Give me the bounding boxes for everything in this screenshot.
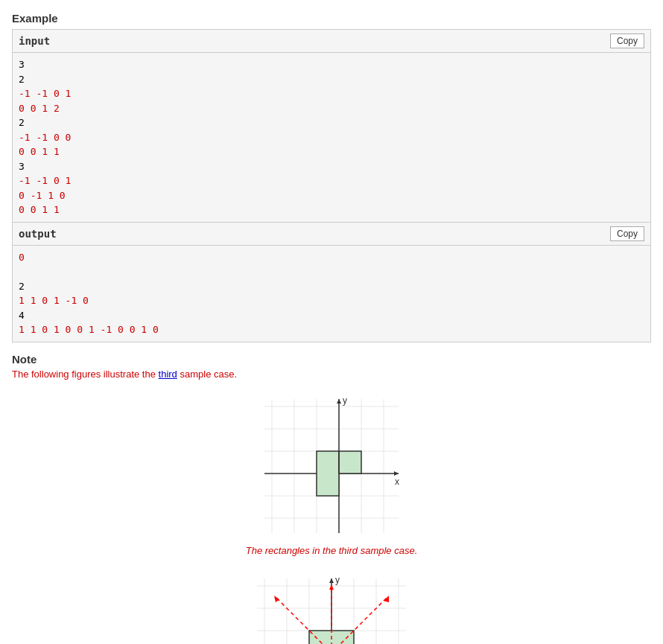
output-body: 0 2 1 1 0 1 -1 0 4 1 1 0 1 0 0 1 -1 0 0 …: [13, 246, 650, 342]
figure1-svg: x y: [257, 392, 406, 541]
rect1: [317, 451, 339, 496]
figure2-container: x y: [12, 571, 651, 645]
output-copy-button[interactable]: Copy: [610, 226, 644, 241]
svg-marker-14: [394, 471, 399, 476]
svg-text:x: x: [395, 476, 399, 487]
note-section: Note The following figures illustrate th…: [12, 353, 651, 645]
figure1-caption: The rectangles in the third sample case.: [246, 545, 418, 556]
input-header: input Copy: [13, 30, 650, 53]
figure2-svg: x y: [250, 571, 413, 645]
input-block: input Copy 3 2 -1 -1 0 1 0 0 1 2 2 -1 -1…: [12, 29, 651, 223]
svg-marker-48: [384, 596, 389, 602]
svg-marker-50: [274, 596, 279, 602]
input-label: input: [19, 35, 50, 47]
svg-marker-44: [329, 584, 334, 590]
figure1-container: x y The rectangles in the third sample c…: [12, 392, 651, 556]
example-section: Example input Copy 3 2 -1 -1 0 1 0 0 1 2…: [12, 12, 651, 342]
input-copy-button[interactable]: Copy: [610, 34, 644, 48]
output-label: output: [19, 228, 57, 240]
rect2: [339, 451, 361, 474]
example-title: Example: [12, 12, 651, 25]
svg-text:y: y: [335, 575, 340, 585]
note-text: The following figures illustrate the thi…: [12, 369, 651, 380]
note-title: Note: [12, 353, 651, 366]
input-body: 3 2 -1 -1 0 1 0 0 1 2 2 -1 -1 0 0 0 0 1 …: [13, 53, 650, 222]
output-header: output Copy: [13, 223, 650, 246]
note-link[interactable]: third: [159, 369, 177, 380]
output-block: output Copy 0 2 1 1 0 1 -1 0 4 1 1 0 1 0…: [12, 223, 651, 342]
svg-marker-15: [337, 399, 341, 404]
svg-text:y: y: [343, 395, 347, 406]
svg-marker-36: [329, 578, 334, 583]
